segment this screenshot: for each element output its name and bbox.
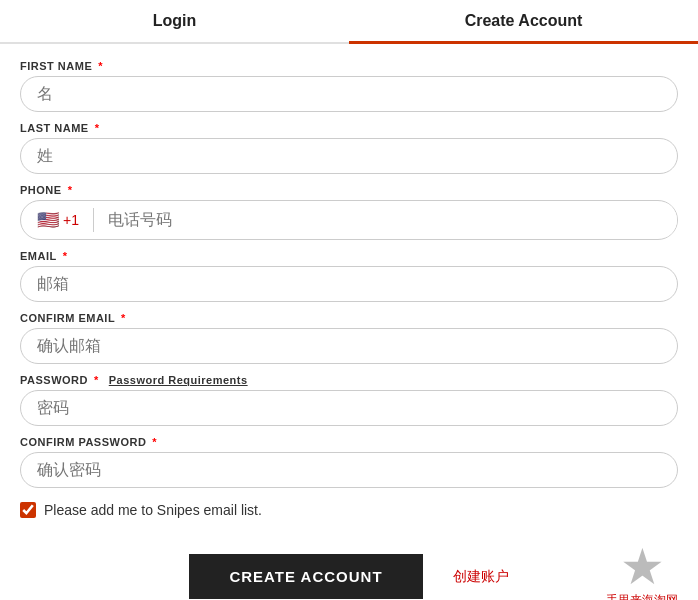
watermark: ★ 手里来海淘网 bbox=[606, 542, 678, 600]
confirm-email-label: CONFIRM EMAIL * bbox=[20, 312, 678, 324]
create-account-alt-text: 创建账户 bbox=[453, 568, 509, 586]
phone-required: * bbox=[68, 184, 73, 196]
watermark-text: 手里来海淘网 bbox=[606, 592, 678, 600]
password-input[interactable] bbox=[20, 390, 678, 426]
password-label: PASSWORD * Password Requirements bbox=[20, 374, 678, 386]
confirm-email-input[interactable] bbox=[20, 328, 678, 364]
password-required: * bbox=[94, 374, 99, 386]
phone-label: PHONE * bbox=[20, 184, 678, 196]
confirm-password-label: CONFIRM PASSWORD * bbox=[20, 436, 678, 448]
confirm-email-required: * bbox=[121, 312, 126, 324]
watermark-star: ★ bbox=[620, 542, 665, 592]
first-name-label: FIRST NAME * bbox=[20, 60, 678, 72]
tab-create-account[interactable]: Create Account bbox=[349, 0, 698, 42]
phone-input[interactable] bbox=[98, 203, 677, 237]
tab-login[interactable]: Login bbox=[0, 0, 349, 42]
password-group: PASSWORD * Password Requirements bbox=[20, 374, 678, 426]
first-name-group: FIRST NAME * bbox=[20, 60, 678, 112]
confirm-password-required: * bbox=[152, 436, 157, 448]
phone-separator bbox=[93, 208, 94, 232]
last-name-label: LAST NAME * bbox=[20, 122, 678, 134]
create-account-form: FIRST NAME * LAST NAME * PHONE * 🇺🇸 +1 bbox=[0, 44, 698, 554]
confirm-password-group: CONFIRM PASSWORD * bbox=[20, 436, 678, 488]
tabs-container: Login Create Account bbox=[0, 0, 698, 44]
email-required: * bbox=[63, 250, 68, 262]
phone-wrapper: 🇺🇸 +1 bbox=[20, 200, 678, 240]
first-name-input[interactable] bbox=[20, 76, 678, 112]
confirm-password-input[interactable] bbox=[20, 452, 678, 488]
email-list-checkbox[interactable] bbox=[20, 502, 36, 518]
confirm-email-group: CONFIRM EMAIL * bbox=[20, 312, 678, 364]
create-account-button[interactable]: CREATE ACCOUNT bbox=[189, 554, 422, 599]
phone-prefix: +1 bbox=[63, 212, 79, 228]
first-name-required: * bbox=[98, 60, 103, 72]
password-requirements-link[interactable]: Password Requirements bbox=[109, 374, 248, 386]
email-list-label[interactable]: Please add me to Snipes email list. bbox=[44, 502, 262, 518]
last-name-required: * bbox=[95, 122, 100, 134]
email-label: EMAIL * bbox=[20, 250, 678, 262]
flag-icon: 🇺🇸 bbox=[37, 209, 59, 231]
phone-flag: 🇺🇸 +1 bbox=[21, 201, 89, 239]
email-list-row: Please add me to Snipes email list. bbox=[20, 502, 678, 518]
bottom-section: CREATE ACCOUNT 创建账户 ★ 手里来海淘网 bbox=[0, 554, 698, 599]
last-name-input[interactable] bbox=[20, 138, 678, 174]
email-input[interactable] bbox=[20, 266, 678, 302]
phone-group: PHONE * 🇺🇸 +1 bbox=[20, 184, 678, 240]
email-group: EMAIL * bbox=[20, 250, 678, 302]
last-name-group: LAST NAME * bbox=[20, 122, 678, 174]
